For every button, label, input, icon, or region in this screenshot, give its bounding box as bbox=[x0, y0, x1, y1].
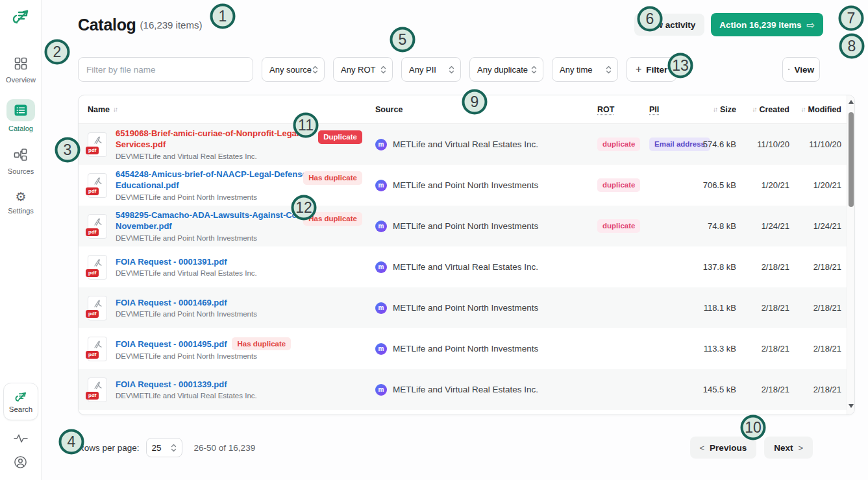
pdf-file-icon: pdf bbox=[88, 255, 107, 280]
app-logo[interactable] bbox=[10, 6, 31, 27]
pii-filter-select[interactable]: Any PII bbox=[401, 57, 461, 82]
annotation-circle-7: 7 bbox=[839, 6, 864, 31]
duplicate-badge: Duplicate bbox=[318, 130, 362, 144]
action-button-label: Action 16,239 items bbox=[719, 20, 801, 30]
activity-icon[interactable] bbox=[14, 433, 28, 446]
annotation-circle-12: 12 bbox=[291, 195, 317, 221]
sidebar: Overview Catalog Sources bbox=[0, 0, 42, 480]
file-name-link[interactable]: FOIA Request - 0001391.pdf bbox=[116, 257, 227, 267]
sidebar-item-label: Catalog bbox=[8, 125, 33, 132]
action-arrow-icon: ⇨ bbox=[806, 20, 815, 30]
select-value: Any time bbox=[560, 65, 593, 75]
scroll-up-arrow[interactable] bbox=[849, 100, 854, 104]
stepper-icon bbox=[531, 65, 537, 75]
plus-icon: + bbox=[636, 64, 641, 75]
modified-date: 2/18/21 bbox=[796, 262, 848, 272]
file-path: DEV\METLife and Virtual Real Estates Inc… bbox=[116, 152, 330, 160]
table-row[interactable]: FOIA Request - 0001378.pdf bbox=[79, 410, 854, 415]
table-row[interactable]: pdf FOIA Request - 0001339.pdf DEV\METLi… bbox=[79, 369, 854, 410]
grid-icon bbox=[14, 57, 27, 73]
modified-date: 2/18/21 bbox=[796, 303, 848, 313]
rows-per-page-select[interactable]: 25 bbox=[146, 438, 182, 457]
chevron-left-icon: < bbox=[700, 443, 705, 453]
column-header-rot[interactable]: ROT bbox=[589, 105, 641, 114]
has-duplicate-badge: Has duplicate bbox=[303, 171, 362, 185]
file-path: DEV\METLife and Point North Investments bbox=[116, 352, 291, 360]
duplicate-filter-select[interactable]: Any duplicate bbox=[469, 57, 543, 82]
stepper-icon bbox=[312, 65, 318, 75]
created-date: 1/24/21 bbox=[743, 221, 796, 231]
rot-filter-select[interactable]: Any ROT bbox=[333, 57, 393, 82]
modified-date: 1/20/21 bbox=[796, 180, 848, 190]
nodes-icon bbox=[14, 148, 27, 164]
sidebar-search-button[interactable]: Search bbox=[3, 383, 38, 420]
range-text: 26-50 of 16,239 bbox=[194, 443, 256, 453]
sidebar-item-settings[interactable]: ⚙ Settings bbox=[8, 191, 34, 215]
modified-date: 2/18/21 bbox=[796, 385, 848, 394]
pdf-file-icon: pdf bbox=[88, 132, 107, 157]
rot-badge: duplicate bbox=[597, 138, 640, 151]
table-row[interactable]: pdf 5498295-Camacho-ADA-Lawsuits-Against… bbox=[79, 206, 854, 246]
table-row[interactable]: pdf FOIA Request - 0001469.pdf DEV\METLi… bbox=[79, 287, 854, 328]
next-page-button[interactable]: Next > bbox=[764, 437, 813, 459]
source-filter-select[interactable]: Any source bbox=[262, 57, 325, 82]
column-header-created[interactable]: ↓↑ Created bbox=[743, 105, 796, 114]
sort-icon: ↓↑ bbox=[801, 106, 805, 113]
account-icon[interactable] bbox=[14, 455, 27, 472]
file-name-link[interactable]: 6519068-Brief-amici-curiae-of-Nonprofit-… bbox=[116, 128, 302, 149]
table-scrollbar[interactable] bbox=[847, 95, 854, 414]
rot-badge: duplicate bbox=[597, 178, 640, 192]
source-name: METLife and Virtual Real Estates Inc. bbox=[393, 385, 538, 394]
table-row[interactable]: pdf 6519068-Brief-amici-curiae-of-Nonpro… bbox=[79, 124, 854, 165]
table-row[interactable]: pdf FOIA Request - 0001391.pdf DEV\METLi… bbox=[79, 246, 854, 287]
column-header-name[interactable]: Name ↓↑ bbox=[79, 105, 367, 114]
scrollbar-thumb[interactable] bbox=[849, 112, 854, 207]
column-header-modified[interactable]: ↓↑ Modified bbox=[796, 105, 848, 114]
source-icon: m bbox=[375, 180, 387, 191]
action-items-button[interactable]: Action 16,239 items ⇨ bbox=[711, 13, 823, 36]
source-icon: m bbox=[375, 139, 387, 150]
source-name: METLife and Virtual Real Estates Inc. bbox=[393, 139, 538, 149]
file-name-link[interactable]: FOIA Request - 0001469.pdf bbox=[116, 298, 227, 307]
stepper-icon bbox=[449, 65, 454, 75]
file-name-link[interactable]: FOIA Request - 0001339.pdf bbox=[116, 379, 227, 389]
page-title: Catalog bbox=[78, 16, 136, 34]
sidebar-item-catalog[interactable]: Catalog bbox=[6, 99, 35, 132]
file-path: DEV\METLife and Point North Investments bbox=[116, 310, 257, 318]
created-date: 11/10/20 bbox=[743, 139, 796, 149]
select-value: Any duplicate bbox=[477, 65, 528, 75]
sliders-icon bbox=[788, 66, 789, 73]
table-row[interactable]: pdf 6454248-Amicus-brief-of-NAACP-Legal-… bbox=[79, 165, 854, 206]
table-row[interactable]: pdf FOIA Request - 0001495.pdfHas duplic… bbox=[79, 328, 854, 369]
file-size: 113.3 kB bbox=[697, 344, 743, 354]
annotation-circle-10: 10 bbox=[741, 415, 766, 440]
sidebar-item-sources[interactable]: Sources bbox=[8, 148, 34, 175]
scroll-down-arrow[interactable] bbox=[849, 404, 854, 408]
app-logo-small-icon bbox=[14, 390, 28, 404]
source-icon: m bbox=[375, 302, 387, 314]
view-options-button[interactable]: View bbox=[782, 57, 820, 82]
page-header: Catalog (16,239 items) View activity Act… bbox=[78, 13, 855, 36]
time-filter-select[interactable]: Any time bbox=[552, 57, 618, 82]
created-date: 2/18/21 bbox=[743, 385, 796, 394]
column-header-pii[interactable]: PII bbox=[641, 105, 697, 114]
source-name: METLife and Virtual Real Estates Inc. bbox=[393, 262, 538, 272]
created-date: 2/18/21 bbox=[743, 262, 796, 272]
stepper-icon bbox=[380, 65, 386, 75]
annotation-circle-11: 11 bbox=[293, 113, 319, 138]
file-size: 574.6 kB bbox=[697, 139, 743, 149]
file-name-filter-input[interactable] bbox=[78, 57, 253, 82]
previous-page-button[interactable]: < Previous bbox=[690, 437, 757, 459]
sort-icon: ↓↑ bbox=[752, 106, 756, 113]
add-filter-label: Filter bbox=[646, 65, 667, 75]
source-name: METLife and Point North Investments bbox=[393, 221, 538, 231]
file-name-link[interactable]: FOIA Request - 0001495.pdf bbox=[116, 339, 227, 349]
column-header-size[interactable]: ↓↑ Size bbox=[697, 105, 743, 114]
created-date: 2/18/21 bbox=[743, 303, 796, 313]
file-path: DEV\METLife and Virtual Real Estates Inc… bbox=[116, 269, 257, 277]
sidebar-item-overview[interactable]: Overview bbox=[6, 57, 36, 84]
created-date: 1/20/21 bbox=[743, 180, 796, 190]
file-name-link[interactable]: 6454248-Amicus-brief-of-NAACP-Legal-Defe… bbox=[116, 169, 310, 190]
sidebar-item-label: Sources bbox=[8, 167, 34, 175]
select-value: Any source bbox=[269, 65, 312, 75]
